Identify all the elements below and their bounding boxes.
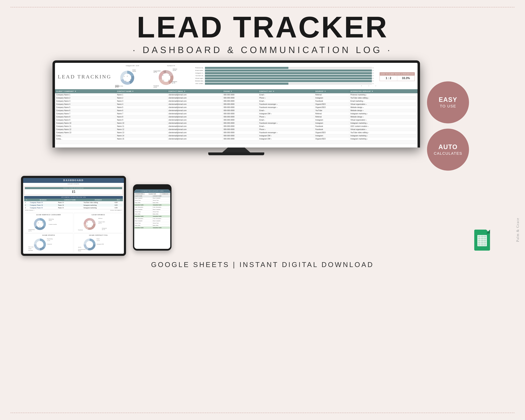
svg-text:Contacted: Contacted: [47, 243, 52, 245]
phone-screen: COMMUNICATION LOG BUSINESS INFO Samantha…: [134, 189, 170, 249]
bar-label: Email marke...: [192, 70, 204, 71]
comm-row-8: Haley HillsHaley Hills: [134, 213, 170, 215]
badge-auto: AUTO CALCULATES: [427, 129, 469, 171]
cell-via: Email: [258, 109, 314, 112]
comm-row-1: Hana CampbellHana Campbell: [134, 197, 170, 199]
cell-via: Facebook messenger: [258, 131, 314, 134]
svg-text:Client: Client: [28, 248, 31, 249]
comm-row-3: Haley HillsHaley Hills: [134, 202, 170, 204]
cell-service: Virtual organization: [349, 119, 418, 122]
svg-text:26.7%: 26.7%: [28, 230, 31, 232]
upcoming-title: UPCOMING LEAD FOLLOW UPS: [24, 196, 123, 199]
cell-email: clientemail@email.com: [168, 119, 223, 122]
comm-row-2: Alway TranAlway Tran: [134, 199, 170, 202]
ratio-percent: 33.3%: [397, 75, 415, 81]
gs-table: [478, 235, 487, 246]
svg-text:Email: Email: [97, 238, 100, 240]
svg-text:Referral: Referral: [173, 68, 177, 70]
cell-company: Company Name 11: [55, 125, 116, 128]
ratio-label: LEAD TO CLIENT RATIO & PERCENTAGE: [380, 72, 415, 75]
badge-auto-line2: CALCULATES: [434, 151, 462, 156]
upcoming-totals: TOTAL TODAY: 1 TOTAL UPCOMING: 3: [24, 209, 123, 211]
upcoming-row-3: 3Company Name 15Name 15Instagram marketi…: [24, 206, 123, 209]
cell-phone: 000-000-0000: [222, 131, 258, 134]
mini-chart-service: LEAD SERVICE CATEGORY 4 2 2: [24, 213, 73, 233]
comm-row-5: Carly AlessandraCarly Alessandra: [134, 206, 170, 208]
cell-phone: 000-000-0000: [222, 112, 258, 115]
comm-log-title: COMMUNICATION LOG: [134, 189, 170, 193]
tab-samantha[interactable]: Samantha Smith: [145, 193, 160, 195]
col-phone: PHONE ▼: [222, 89, 258, 93]
cell-email: clientemail@email.com: [168, 115, 223, 119]
bar-row-1: Pinterest ma... 1: [192, 67, 376, 69]
cell-company: Company Name 6: [55, 109, 116, 112]
col-email: CONTACT EMAIL ▼: [168, 89, 223, 93]
cell-company: Company Name 7: [55, 112, 116, 115]
cell-source: Organic/SEO: [314, 106, 349, 109]
table-body: Company Name 1Name 1clientemail@email.co…: [55, 93, 418, 148]
bar-row-5: Virtual organ... 2: [192, 77, 376, 79]
bar-track: [205, 72, 372, 74]
svg-text:20.0%: 20.0%: [173, 70, 176, 71]
bar-fill: [205, 80, 372, 82]
cell-contact: Name 12: [116, 128, 168, 131]
comm-col-2: CONTACT NAME: [152, 195, 170, 197]
cell-contact: Name 4: [116, 103, 168, 106]
bar-track: [205, 75, 372, 77]
bar-row-2: Email marke... 2: [192, 69, 376, 72]
cell-contact: Name 5: [116, 106, 168, 109]
main-title: LEAD TRACKER: [0, 12, 525, 42]
svg-text:New Lead: New Lead: [28, 246, 33, 248]
svg-text:Marketing: Marketing: [49, 218, 54, 220]
svg-text:3: 3: [163, 79, 164, 81]
bar-axis: 0 1 2: [205, 85, 376, 86]
cell-email: clientemail@email.com: [168, 137, 223, 140]
svg-text:3: 3: [87, 224, 87, 226]
cell-phone: 000-000-0000: [222, 134, 258, 137]
col-company: CLIENT / COMPANY* ▼: [55, 89, 116, 93]
cell-phone: 000-000-0000: [222, 109, 258, 112]
svg-text:4: 4: [168, 79, 169, 81]
cell-email: clientemail@email.com: [168, 96, 223, 100]
comm-row-13: Haley HillsHaley Hills: [134, 224, 170, 227]
cell-phone: 000-000-0000: [222, 106, 258, 109]
bar-label: UGC conten...: [192, 83, 204, 84]
bar-chart: Pinterest ma... 1 Email marke... 2: [192, 65, 376, 88]
svg-text:13.3%: 13.3%: [47, 240, 50, 241]
devices-row: DASHBOARD LEAD STATS TOTAL LEADS IN DATA…: [0, 174, 525, 259]
bar-value: 2: [373, 80, 376, 82]
svg-text:33.3%: 33.3%: [97, 240, 100, 241]
footer: GOOGLE SHEETS | INSTANT DIGITAL DOWNLOAD: [0, 259, 525, 272]
tab-business[interactable]: BUSINESS INFO: [134, 193, 145, 195]
upcoming-section: UPCOMING LEAD FOLLOW UPS #BUSINESSCONTAC…: [24, 196, 123, 211]
table-row: Company Name 8Name 8clientemail@email.co…: [55, 115, 418, 119]
badge-easy: EASY TO USE: [427, 81, 469, 123]
table-row: Company Name 2Name 2clientemail@email.co…: [55, 96, 418, 100]
comm-row-11: Hana CampbellHana Campbell: [134, 220, 170, 222]
svg-text:3: 3: [124, 75, 125, 77]
tab-commlog[interactable]: COMM LOG: [160, 193, 170, 195]
cell-source: Facebook: [314, 125, 349, 128]
svg-text:Facebook: Facebook: [153, 85, 159, 86]
upcoming-row-2: 2Company Name 14Name 14Instagram marketi…: [24, 204, 123, 206]
cell-via: Email: [258, 100, 314, 103]
upcoming-table: #BUSINESSCONTACT NAMEINTERESTDUE 1Compan…: [24, 199, 123, 209]
cell-company: Company Name 3: [55, 100, 116, 103]
cell-email: clientemail@email.com: [168, 122, 223, 125]
bar-row-6: Website desi... 2: [192, 80, 376, 82]
svg-text:2: 2: [38, 222, 38, 224]
mini-charts-grid: LEAD SERVICE CATEGORY 4 2 2: [23, 212, 124, 254]
cell-company: Comp...: [55, 137, 116, 140]
monitor-stand: [222, 148, 250, 152]
bar-fill: [205, 75, 372, 77]
table-row: Company Name 1Name 1clientemail@email.co…: [55, 93, 418, 96]
monitor-base: [208, 152, 264, 155]
comm-row-12: Alway TranAlway Tran: [134, 222, 170, 224]
bar-row-4: YouTube vid... 2: [192, 75, 376, 77]
svg-text:4: 4: [87, 221, 88, 223]
cell-source: Facebook: [314, 128, 349, 131]
cell-email: clientemail@email.com: [168, 100, 223, 103]
spreadsheet: LEAD TRACKING Instagram DM 20.0%: [55, 63, 418, 148]
comm-row-14-highlighted: Samantha SmithSamantha Smith: [134, 227, 170, 229]
mini-donut-source: 1 4 3 4 Referral Organic/SEO 26.7% Faceb…: [74, 216, 123, 232]
